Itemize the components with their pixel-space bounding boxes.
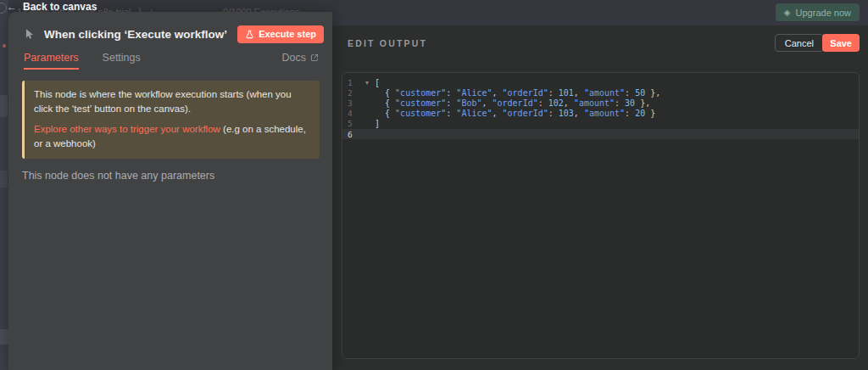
callout-second-line: Explore other ways to trigger your workf…: [34, 122, 309, 150]
tab-settings[interactable]: Settings: [103, 52, 141, 70]
logo-circle-icon: [0, 3, 7, 14]
docs-label: Docs: [282, 52, 306, 64]
code-line[interactable]: 6: [342, 129, 859, 139]
line-number: 4: [342, 109, 359, 118]
line-number: 5: [342, 119, 359, 128]
tab-parameters[interactable]: Parameters: [24, 52, 79, 70]
docs-link[interactable]: Docs: [282, 52, 319, 70]
line-number: 6: [342, 130, 359, 139]
back-to-canvas-button[interactable]: ← Back to canvas: [7, 0, 97, 14]
code-text: { "customer": "Bob", "orderId": 102, "am…: [375, 98, 650, 108]
code-text: ]: [375, 119, 380, 128]
no-parameters-message: This node does not have any parameters: [22, 170, 332, 182]
cursor-pointer-icon: [24, 28, 36, 40]
code-line[interactable]: 5]: [342, 119, 859, 129]
line-number: 2: [342, 88, 359, 98]
flask-icon: [245, 30, 254, 39]
cancel-button[interactable]: Cancel: [775, 34, 824, 52]
code-text: [: [375, 78, 380, 87]
fold-chevron-icon[interactable]: ▾: [359, 79, 375, 87]
json-code-editor[interactable]: 1▾[2 { "customer": "Alice", "orderId": 1…: [342, 72, 860, 359]
upgrade-now-button[interactable]: ◈ Upgrade now: [776, 3, 860, 21]
edit-output-title: EDIT OUTPUT: [348, 38, 427, 48]
code-line[interactable]: 2 { "customer": "Alice", "orderId": 101,…: [342, 87, 859, 98]
upgrade-now-label: Upgrade now: [796, 8, 851, 18]
canvas-edge-decoration: [0, 171, 8, 188]
output-panel: EDIT OUTPUT Cancel Save 1▾[2 { "customer…: [332, 25, 868, 370]
code-text: { "customer": "Alice", "orderId": 101, "…: [375, 88, 660, 98]
execute-step-button[interactable]: Execute step: [237, 25, 324, 43]
explore-triggers-link[interactable]: Explore other ways to trigger your workf…: [34, 124, 220, 134]
code-lines: 1▾[2 { "customer": "Alice", "orderId": 1…: [342, 77, 859, 139]
node-title: When clicking ‘Execute workflow’: [44, 28, 237, 41]
canvas-edge-decoration: [0, 95, 8, 117]
node-settings-panel: When clicking ‘Execute workflow’ Execute…: [8, 12, 332, 370]
execute-step-label: Execute step: [259, 29, 316, 39]
back-arrow-icon: ←: [7, 1, 17, 13]
code-text: { "customer": "Alice", "orderId": 103, "…: [375, 109, 655, 118]
code-line[interactable]: 4 { "customer": "Alice", "orderId": 103,…: [342, 109, 859, 119]
code-line[interactable]: 3 { "customer": "Bob", "orderId": 102, "…: [342, 98, 859, 108]
canvas-edge-decoration: [0, 329, 8, 345]
canvas-node-dot: [3, 44, 6, 48]
gem-icon: ◈: [784, 8, 791, 17]
line-number: 3: [342, 98, 359, 108]
node-panel-header: When clicking ‘Execute workflow’ Execute…: [8, 12, 332, 46]
line-number: 1: [342, 78, 359, 87]
callout-text: This node is where the workflow executio…: [34, 87, 309, 115]
node-panel-tabs: Parameters Settings Docs: [8, 46, 332, 70]
save-button[interactable]: Save: [822, 34, 860, 52]
canvas-edge-strip: [0, 0, 8, 370]
external-link-icon: [310, 53, 319, 62]
trigger-info-callout: This node is where the workflow executio…: [22, 81, 320, 159]
code-line[interactable]: 1▾[: [342, 77, 859, 87]
back-to-canvas-label: Back to canvas: [23, 1, 97, 13]
